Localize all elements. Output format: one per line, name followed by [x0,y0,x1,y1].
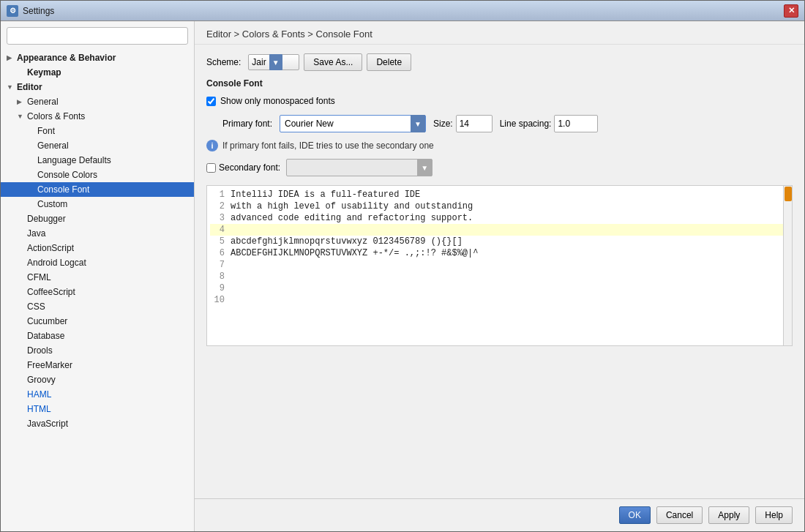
line-number: 8 [210,271,231,282]
sidebar-item-colors-fonts[interactable]: ▼ Colors & Fonts [1,109,194,124]
sidebar-label-css: CSS [27,301,45,312]
sidebar: ▶ Appearance & BehaviorKeymap▼ Editor▶ G… [1,21,195,531]
apply-button[interactable]: Apply [708,506,749,524]
primary-font-label: Primary font: [206,119,272,129]
sidebar-item-groovy[interactable]: Groovy [1,372,194,387]
line-number: 10 [210,295,231,305]
size-input[interactable] [456,115,493,132]
preview-scrollbar-thumb[interactable] [785,187,792,201]
secondary-checkbox-group: Secondary font: [206,162,280,173]
sidebar-label-database: Database [27,331,64,341]
line-spacing-input[interactable] [554,115,598,132]
sidebar-label-html: HTML [27,404,51,414]
sidebar-item-general[interactable]: ▶ General [1,94,194,109]
sidebar-item-html[interactable]: HTML [1,402,194,416]
line-text: advanced code editing and refactoring su… [231,213,473,223]
line-spacing-box: Line spacing: [500,115,599,132]
sidebar-item-custom[interactable]: Custom [1,197,194,211]
tree-arrow-editor: ▼ [7,83,15,91]
sidebar-item-font[interactable]: Font [1,124,194,138]
sidebar-item-cucumber[interactable]: Cucumber [1,314,194,329]
sidebar-item-drools[interactable]: Drools [1,343,194,358]
show-monospaced-row: Show only monospaced fonts [206,96,793,106]
search-input[interactable] [7,27,188,45]
sidebar-label-language-defaults: Language Defaults [37,155,111,165]
preview-area: 1IntelliJ IDEA is a full-featured IDE2wi… [206,185,793,346]
line-spacing-label: Line spacing: [500,119,552,129]
sidebar-item-haml[interactable]: HAML [1,387,194,402]
preview-line: 1IntelliJ IDEA is a full-featured IDE [210,189,792,201]
sidebar-label-keymap: Keymap [27,67,61,78]
scheme-dropdown-arrow[interactable]: ▼ [269,54,282,70]
breadcrumb: Editor > Colors & Fonts > Console Font [195,21,804,45]
secondary-font-select[interactable]: ▼ [286,159,433,176]
sidebar-label-haml: HAML [27,389,51,400]
sidebar-label-appearance-behavior: Appearance & Behavior [17,53,116,63]
footer: OK Cancel Apply Help [195,498,804,531]
sidebar-item-actionscript[interactable]: ActionScript [1,241,194,255]
sidebar-label-android-logcat: Android Logcat [27,258,86,268]
sidebar-label-cucumber: Cucumber [27,316,67,326]
preview-line: 9 [210,282,792,294]
sidebar-item-java[interactable]: Java [1,226,194,241]
secondary-font-dropdown-arrow[interactable]: ▼ [417,159,432,176]
title-bar: ⚙ Settings ✕ [1,1,804,21]
sidebar-item-database[interactable]: Database [1,329,194,343]
line-number: 2 [210,201,231,211]
sidebar-item-css[interactable]: CSS [1,299,194,314]
line-number: 4 [210,225,231,235]
sidebar-label-java: Java [27,228,45,239]
sidebar-item-language-defaults[interactable]: Language Defaults [1,153,194,168]
sidebar-item-coffeescript[interactable]: CoffeeScript [1,285,194,299]
sidebar-label-drools: Drools [27,345,53,356]
tree-arrow-colors-fonts: ▼ [17,113,26,120]
sidebar-item-console-colors[interactable]: Console Colors [1,168,194,182]
line-number: 3 [210,213,231,223]
tree-arrow-appearance-behavior: ▶ [7,54,15,61]
primary-font-dropdown-arrow[interactable]: ▼ [411,115,425,132]
sidebar-label-debugger: Debugger [27,214,66,224]
sidebar-item-freemarker[interactable]: FreeMarker [1,358,194,372]
sidebar-item-console-font[interactable]: Console Font [1,182,194,197]
sidebar-label-general: General [27,97,59,107]
panel-content: Scheme: Jair ▼ Save As... Delete Console… [195,45,804,498]
scheme-label: Scheme: [206,57,241,67]
info-row: i If primary font fails, IDE tries to us… [206,140,793,151]
tree-container: ▶ Appearance & BehaviorKeymap▼ Editor▶ G… [1,50,194,431]
sidebar-item-editor[interactable]: ▼ Editor [1,80,194,94]
tree-arrow-general: ▶ [17,98,26,105]
line-number: 6 [210,248,231,258]
scheme-value: Jair [252,57,266,67]
sidebar-item-appearance-behavior[interactable]: ▶ Appearance & Behavior [1,50,194,65]
preview-scrollbar[interactable] [783,186,792,345]
settings-window: ⚙ Settings ✕ ▶ Appearance & BehaviorKeym… [0,0,805,532]
sidebar-item-general2[interactable]: General [1,138,194,153]
ok-button[interactable]: OK [619,506,651,524]
sidebar-item-android-logcat[interactable]: Android Logcat [1,255,194,270]
primary-font-select[interactable]: Courier New ▼ [280,115,426,132]
secondary-font-label: Secondary font: [219,162,280,173]
sidebar-label-editor: Editor [17,82,42,92]
line-text: IntelliJ IDEA is a full-featured IDE [231,190,420,200]
close-button[interactable]: ✕ [784,4,798,18]
sidebar-label-console-font: Console Font [37,184,89,195]
sidebar-item-javascript[interactable]: JavaScript [1,416,194,431]
preview-line: 4 [210,224,792,236]
sidebar-item-keymap[interactable]: Keymap [1,65,194,80]
size-box: Size: [433,115,493,132]
sidebar-item-cfml[interactable]: CFML [1,270,194,285]
line-number: 1 [210,190,231,200]
line-text: abcdefghijklmnopqrstuvwxyz 0123456789 ()… [231,236,463,247]
scheme-select[interactable]: Jair ▼ [248,54,299,70]
secondary-font-checkbox[interactable] [206,163,216,173]
info-icon: i [206,140,218,151]
show-monospaced-checkbox[interactable] [206,97,216,106]
preview-line: 8 [210,271,792,282]
help-button[interactable]: Help [755,506,793,524]
delete-button[interactable]: Delete [367,53,411,71]
save-as-button[interactable]: Save As... [304,53,362,71]
line-text: with a high level of usability and outst… [231,201,473,211]
cancel-button[interactable]: Cancel [656,506,703,524]
sidebar-label-actionscript: ActionScript [27,243,74,253]
sidebar-item-debugger[interactable]: Debugger [1,211,194,226]
